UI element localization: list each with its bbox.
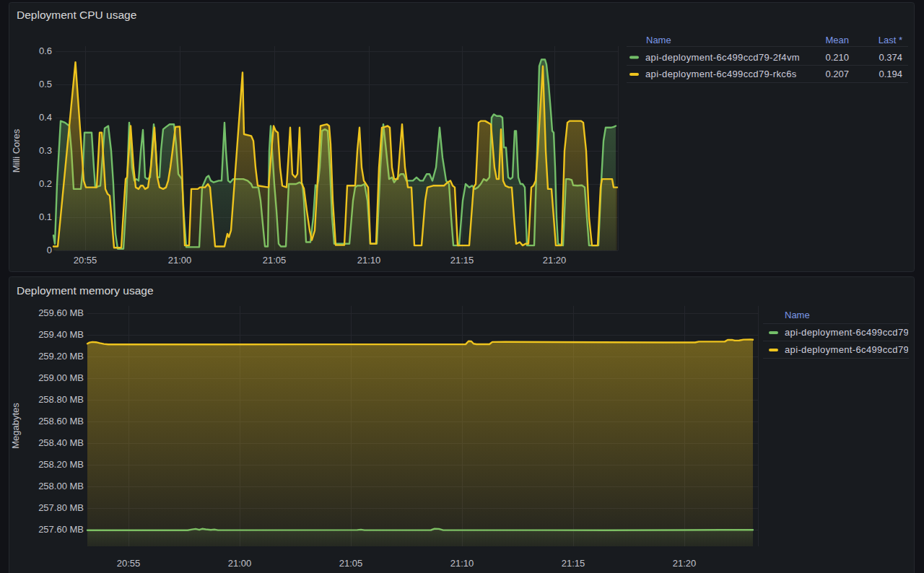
svg-text:0.194: 0.194 (879, 69, 902, 79)
svg-text:Deployment CPU usage: Deployment CPU usage (17, 9, 136, 21)
svg-text:api-deployment-6c499ccd79: api-deployment-6c499ccd79 (785, 344, 909, 355)
svg-text:0.374: 0.374 (879, 52, 902, 63)
svg-text:0.1: 0.1 (39, 211, 52, 222)
svg-text:0.3: 0.3 (39, 145, 52, 156)
svg-text:21:10: 21:10 (357, 255, 381, 266)
svg-text:20:55: 20:55 (74, 255, 97, 266)
svg-text:21:00: 21:00 (168, 255, 192, 266)
svg-text:259.20 MB: 259.20 MB (38, 351, 84, 362)
svg-text:258.40 MB: 258.40 MB (38, 437, 84, 448)
svg-text:Name: Name (646, 35, 671, 45)
svg-text:21:05: 21:05 (263, 255, 287, 266)
svg-text:0.210: 0.210 (825, 52, 849, 63)
svg-text:258.00 MB: 258.00 MB (38, 481, 84, 491)
svg-text:259.60 MB: 259.60 MB (38, 307, 84, 318)
svg-text:api-deployment-6c499ccd79: api-deployment-6c499ccd79 (785, 327, 909, 338)
svg-text:0.4: 0.4 (39, 112, 52, 123)
svg-text:api-deployment-6c499ccd79-rkc6: api-deployment-6c499ccd79-rkc6s (645, 69, 797, 79)
svg-text:0.5: 0.5 (39, 79, 52, 89)
svg-text:21:20: 21:20 (543, 255, 567, 266)
svg-text:0.2: 0.2 (39, 178, 52, 189)
svg-text:21:10: 21:10 (450, 558, 474, 569)
svg-text:21:15: 21:15 (562, 558, 585, 569)
svg-text:21:15: 21:15 (450, 255, 474, 266)
svg-text:258.20 MB: 258.20 MB (38, 459, 84, 470)
svg-text:0: 0 (47, 245, 52, 255)
svg-text:259.00 MB: 259.00 MB (38, 372, 84, 383)
svg-text:Megabytes: Megabytes (10, 403, 21, 449)
svg-text:0.207: 0.207 (825, 69, 849, 79)
svg-text:21:00: 21:00 (228, 558, 252, 569)
svg-text:20:55: 20:55 (117, 558, 141, 569)
svg-text:api-deployment-6c499ccd79-2f4v: api-deployment-6c499ccd79-2f4vm (645, 52, 800, 63)
svg-text:257.80 MB: 257.80 MB (38, 502, 84, 513)
svg-text:21:05: 21:05 (339, 558, 363, 569)
svg-text:258.80 MB: 258.80 MB (38, 394, 84, 405)
svg-text:257.60 MB: 257.60 MB (38, 524, 84, 535)
svg-text:0.6: 0.6 (39, 45, 52, 56)
svg-text:Milli Cores: Milli Cores (11, 128, 22, 172)
svg-text:Name: Name (785, 310, 810, 320)
svg-text:Mean: Mean (825, 35, 849, 45)
svg-text:259.40 MB: 259.40 MB (38, 329, 84, 340)
svg-text:Last *: Last * (879, 35, 902, 45)
svg-text:21:20: 21:20 (673, 558, 697, 569)
svg-text:258.60 MB: 258.60 MB (38, 416, 84, 427)
svg-text:Deployment memory usage: Deployment memory usage (17, 284, 154, 297)
